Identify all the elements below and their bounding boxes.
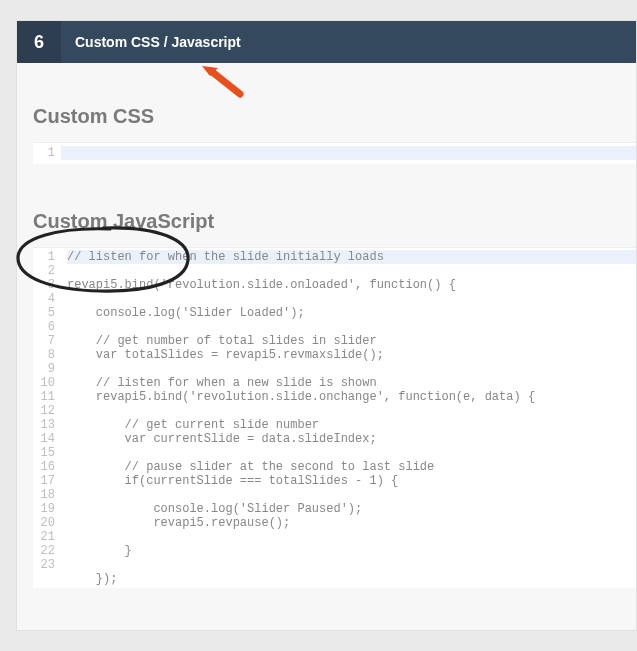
panel-content: Custom CSS 1 Custom JavaScript 1 2 3 4 5… bbox=[17, 63, 636, 588]
custom-css-heading: Custom CSS bbox=[33, 105, 636, 128]
step-number-badge: 6 bbox=[17, 21, 61, 63]
panel-title: Custom CSS / Javascript bbox=[61, 21, 636, 63]
css-gutter: 1 bbox=[33, 146, 61, 162]
css-code[interactable] bbox=[61, 146, 636, 160]
custom-js-heading: Custom JavaScript bbox=[33, 210, 636, 233]
panel-header[interactable]: 6 Custom CSS / Javascript bbox=[17, 21, 636, 63]
js-code[interactable]: // listen for when the slide initially l… bbox=[61, 248, 636, 588]
js-gutter: 1 2 3 4 5 6 7 8 9 10 11 12 13 14 15 16 1… bbox=[33, 248, 61, 588]
custom-css-editor[interactable]: 1 bbox=[33, 142, 636, 164]
settings-panel: 6 Custom CSS / Javascript Custom CSS 1 C… bbox=[16, 20, 637, 631]
custom-js-editor[interactable]: 1 2 3 4 5 6 7 8 9 10 11 12 13 14 15 16 1… bbox=[33, 247, 636, 588]
